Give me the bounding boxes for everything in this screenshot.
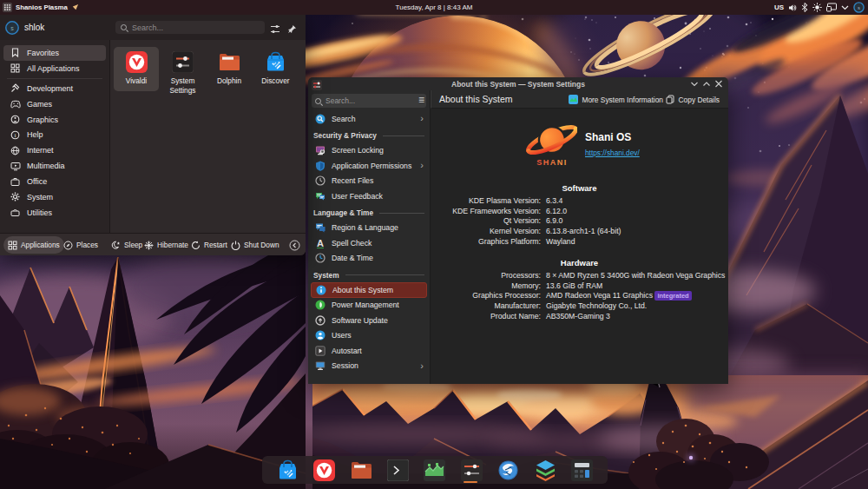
svg-text:A: A <box>317 238 324 248</box>
svg-text:SHANI: SHANI <box>536 158 568 167</box>
svg-text:s: s <box>10 25 14 31</box>
svg-text:i: i <box>15 132 16 139</box>
svg-text:s: s <box>858 5 860 10</box>
